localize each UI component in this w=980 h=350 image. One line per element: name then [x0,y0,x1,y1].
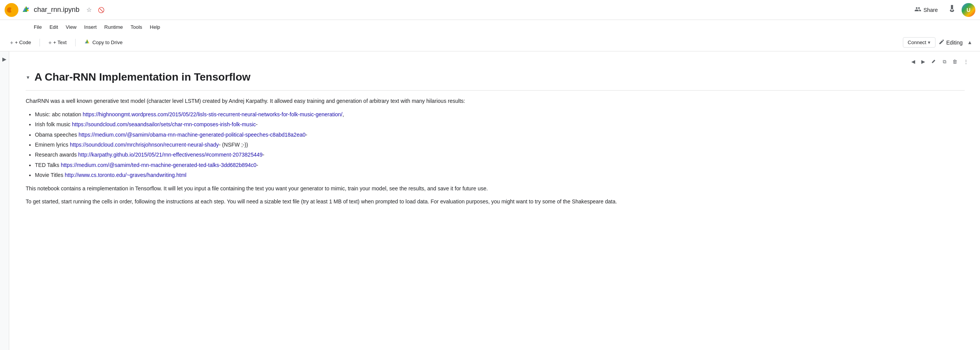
list-item-6-link[interactable]: http://www.cs.toronto.edu/~graves/handwr… [65,172,186,178]
intro-paragraph: CharRNN was a well known generative text… [26,97,965,105]
cell-tool-2[interactable]: ▶ [919,58,927,66]
notebook-title: ▼ A Char-RNN Implementation in Tensorflo… [26,70,965,84]
list-item-1-suffix: - [256,121,258,127]
cell-tool-pencil[interactable] [929,58,939,66]
user-avatar[interactable]: U [962,3,975,17]
list-item-5-suffix: - [256,162,258,168]
menu-view[interactable]: View [63,23,79,31]
title-divider [26,90,965,91]
flask-icon [948,5,956,15]
list-item-0-link[interactable]: https://highnoongmt.wordpress.com/2015/0… [83,111,343,117]
menu-edit[interactable]: Edit [46,23,61,31]
list-item-6-prefix: Movie Titles [35,172,65,178]
list-item-2-suffix: - [305,132,307,138]
menu-file[interactable]: File [31,23,45,31]
svg-point-2 [11,7,16,13]
list-item-4-link[interactable]: http://karpathy.github.io/2015/05/21/rnn… [78,152,262,158]
sidebar-toggle[interactable]: ▶ [0,51,9,350]
connect-chevron-icon: ▾ [928,40,931,45]
list-item-6: Movie Titles http://www.cs.toronto.edu/~… [35,171,965,179]
plus-text-icon: + [48,39,52,46]
add-text-button[interactable]: + + Text [45,37,71,48]
list-item-4-prefix: Research awards [35,152,78,158]
plus-code-icon: + [10,39,13,46]
copy-to-drive-label: Copy to Drive [92,40,123,45]
lab-button[interactable] [946,3,958,17]
cell-toolbar: ◀ ▶ ⧉ 🗑 ⋮ [18,58,971,66]
list-item-2-link[interactable]: https://medium.com/@samim/obama-rnn-mach… [79,132,306,138]
drive-icon [22,5,30,14]
chevron-up-icon: ▲ [967,40,972,45]
toolbar-separator-2 [75,39,76,46]
paragraph-3: To get started, start running the cells … [26,197,965,206]
toolbar-right: Connect ▾ Editing ▲ [903,37,974,48]
pencil-icon [939,39,945,46]
list-item-5: TED Talks https://medium.com/@samim/ted-… [35,161,965,169]
menu-tools[interactable]: Tools [127,23,145,31]
menu-bar: File Edit View Insert Runtime Tools Help [0,20,980,34]
list-item-0: Music: abc notation https://highnoongmt.… [35,110,965,119]
add-text-label: + Text [53,40,67,45]
collapse-toolbar-button[interactable]: ▲ [966,38,974,47]
no-print-button[interactable]: 🚫 [96,5,106,15]
list-item-5-prefix: TED Talks [35,162,61,168]
list-item-3-suffix: - (NSFW ;-)) [219,142,248,148]
toolbar: + + Code + + Text Copy to Drive Connect … [0,34,980,51]
menu-runtime[interactable]: Runtime [101,23,126,31]
menu-insert[interactable]: Insert [81,23,100,31]
cell-tool-trash[interactable]: 🗑 [950,58,960,66]
list-item-4-suffix: - [262,152,264,158]
add-code-button[interactable]: + + Code [6,37,35,48]
collapse-arrow[interactable]: ▼ [26,75,30,81]
colab-logo[interactable] [5,3,18,17]
connect-label: Connect [908,40,926,45]
list-item-0-suffix: , [342,111,344,117]
content-area: ▶ ◀ ▶ ⧉ 🗑 ⋮ ▼ A Char-RNN Implementation … [0,51,980,350]
editing-label: Editing [946,40,963,46]
paragraph-2: This notebook contains a reimplementatio… [26,184,965,193]
editing-area: Editing [939,39,963,46]
list-item-1: Irish folk music https://soundcloud.com/… [35,120,965,129]
connect-button[interactable]: Connect ▾ [903,37,935,48]
sidebar-chevron-icon: ▶ [2,56,7,62]
no-print-icon: 🚫 [98,7,104,13]
toolbar-separator-1 [40,39,40,46]
list-item-1-prefix: Irish folk music [35,121,72,127]
list-item-2: Obama speeches https://medium.com/@samim… [35,130,965,139]
drive-copy-icon [84,39,90,46]
title-icons: ☆ 🚫 [85,5,106,15]
cell-tool-1[interactable]: ◀ [909,58,917,66]
list-item-3: Eminem lyrics https://soundcloud.com/mrc… [35,140,965,149]
cell-content: ▼ A Char-RNN Implementation in Tensorflo… [20,70,971,206]
share-button[interactable]: Share [910,3,942,16]
file-title: char_rnn.ipynb [34,6,79,14]
list-item-3-prefix: Eminem lyrics [35,142,70,148]
list-item-3-link[interactable]: https://soundcloud.com/mrchrisjohnson/re… [70,142,219,148]
list-item-2-prefix: Obama speeches [35,132,79,138]
menu-help[interactable]: Help [147,23,163,31]
share-label: Share [924,7,938,13]
copy-to-drive-button[interactable]: Copy to Drive [80,37,127,48]
notebook-body: CharRNN was a well known generative text… [26,97,965,206]
star-button[interactable]: ☆ [85,5,93,15]
notebook-content: ◀ ▶ ⧉ 🗑 ⋮ ▼ A Char-RNN Implementation in… [9,51,980,350]
text-cell: ▼ A Char-RNN Implementation in Tensorflo… [18,67,971,213]
cell-tool-more[interactable]: ⋮ [961,58,971,66]
list-item-1-link[interactable]: https://soundcloud.com/seaandsailor/sets… [72,121,256,127]
add-code-label: + Code [15,40,31,45]
list-item-5-link[interactable]: https://medium.com/@samim/ted-rnn-machin… [61,162,256,168]
star-icon: ☆ [86,6,92,13]
people-icon [914,6,921,14]
list-item-4: Research awards http://karpathy.github.i… [35,150,965,159]
top-bar: char_rnn.ipynb ☆ 🚫 Share U [0,0,980,20]
cell-tool-copy[interactable]: ⧉ [940,58,949,66]
example-list: Music: abc notation https://highnoongmt.… [35,110,965,180]
list-item-0-prefix: Music: abc notation [35,111,83,117]
